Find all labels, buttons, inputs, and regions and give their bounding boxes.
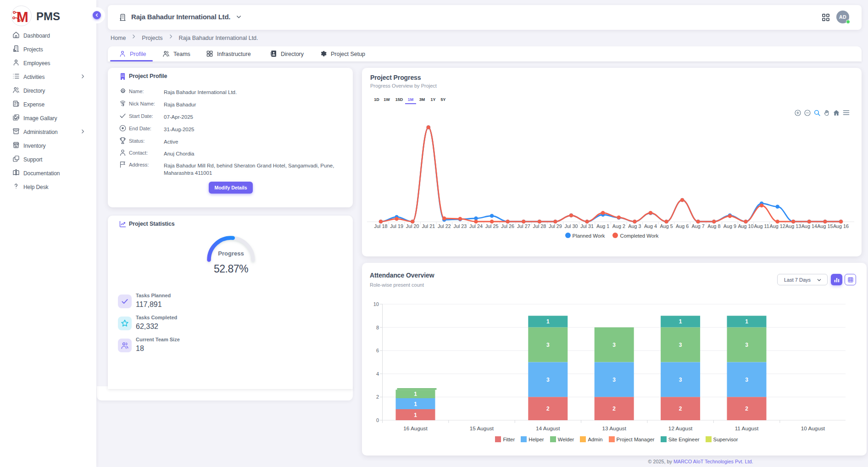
svg-text:3: 3: [546, 342, 550, 348]
svg-text:Aug 7: Aug 7: [692, 223, 705, 229]
svg-text:Aug 8: Aug 8: [707, 223, 720, 229]
svg-text:Aug 2: Aug 2: [612, 223, 625, 229]
svg-text:1: 1: [745, 318, 748, 325]
svg-text:12 August: 12 August: [668, 425, 693, 432]
svg-text:3: 3: [745, 377, 748, 383]
svg-text:11 August: 11 August: [735, 425, 759, 432]
svg-text:Jul 29: Jul 29: [549, 223, 562, 229]
svg-text:Jul 25: Jul 25: [485, 223, 499, 229]
svg-text:Jul 26: Jul 26: [501, 223, 514, 229]
svg-text:Aug 14: Aug 14: [801, 223, 817, 229]
svg-text:Jul 28: Jul 28: [533, 223, 546, 229]
svg-text:Jul 19: Jul 19: [390, 223, 403, 229]
svg-text:1: 1: [546, 318, 550, 325]
svg-text:3: 3: [546, 377, 550, 383]
svg-text:Aug 3: Aug 3: [628, 223, 641, 229]
svg-text:Jul 23: Jul 23: [453, 223, 467, 229]
svg-text:Aug 12: Aug 12: [770, 223, 785, 229]
svg-text:M: M: [17, 9, 28, 25]
svg-text:Aug 9: Aug 9: [723, 223, 736, 229]
svg-text:Aug 4: Aug 4: [644, 223, 657, 229]
svg-text:3: 3: [612, 342, 616, 348]
svg-text:14 August: 14 August: [536, 425, 560, 432]
svg-text:Jul 21: Jul 21: [422, 223, 435, 229]
svg-text:Jul 22: Jul 22: [438, 223, 451, 229]
svg-text:2: 2: [745, 406, 748, 412]
svg-text:4: 4: [376, 371, 379, 377]
svg-text:Aug 1: Aug 1: [596, 223, 609, 229]
svg-text:10: 10: [373, 301, 379, 307]
svg-text:Jul 27: Jul 27: [517, 223, 530, 229]
svg-text:6: 6: [376, 348, 379, 353]
svg-text:0: 0: [376, 417, 379, 423]
svg-text:16 August: 16 August: [403, 425, 428, 432]
svg-text:13 August: 13 August: [602, 425, 626, 432]
svg-text:Aug 16: Aug 16: [833, 223, 849, 229]
svg-text:Jul 31: Jul 31: [580, 223, 594, 229]
svg-text:Jul 24: Jul 24: [469, 223, 483, 229]
svg-text:3: 3: [679, 342, 682, 348]
svg-text:8: 8: [376, 325, 379, 330]
svg-text:Aug 6: Aug 6: [676, 223, 689, 229]
svg-text:Aug 11: Aug 11: [754, 223, 769, 229]
svg-text:1: 1: [414, 391, 417, 397]
svg-text:Jul 20: Jul 20: [406, 223, 419, 229]
svg-text:2: 2: [546, 406, 550, 412]
svg-text:Aug 10: Aug 10: [738, 223, 753, 229]
svg-text:15 August: 15 August: [470, 425, 494, 432]
svg-text:Aug 13: Aug 13: [785, 223, 801, 229]
svg-text:1: 1: [679, 318, 682, 325]
svg-text:Jul 30: Jul 30: [565, 223, 578, 229]
svg-text:2: 2: [376, 394, 379, 400]
svg-text:3: 3: [679, 377, 682, 383]
svg-text:10 August: 10 August: [801, 425, 825, 432]
svg-text:1: 1: [414, 412, 417, 418]
svg-text:1: 1: [414, 401, 417, 407]
svg-text:2: 2: [679, 406, 682, 412]
svg-text:3: 3: [745, 342, 748, 348]
svg-text:Aug 15: Aug 15: [817, 223, 833, 229]
svg-text:3: 3: [612, 377, 616, 383]
svg-text:Jul 18: Jul 18: [374, 223, 388, 229]
svg-text:Aug 5: Aug 5: [660, 223, 673, 229]
svg-text:2: 2: [612, 406, 616, 412]
